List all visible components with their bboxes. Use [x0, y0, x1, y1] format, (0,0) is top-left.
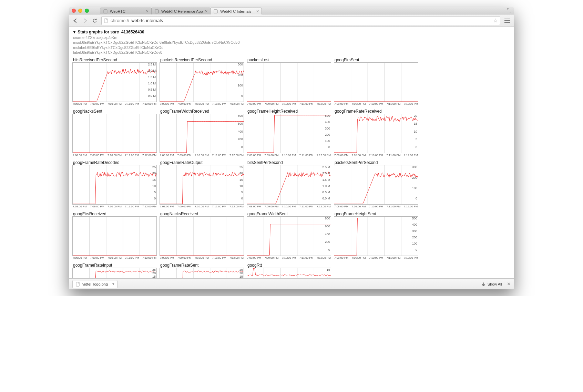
svg-rect-0 [104, 10, 107, 13]
chart-googNacksSent: googNacksSent 7:08:00 PM7:09:00 PM7:10:0… [72, 108, 157, 157]
downloads-bar: vidtel_logo.png ▾ Show All ✕ [69, 278, 514, 289]
chart-googFrameRateReceived: googFrameRateReceived 20151050 7:08:00 P… [334, 108, 418, 157]
plot-area [160, 216, 244, 256]
page-icon [104, 18, 109, 23]
chart-googFrameRateDecoded: googFrameRateDecoded 2520151050 7:08:00 … [72, 159, 157, 208]
bookmark-star-icon[interactable]: ☆ [493, 17, 498, 24]
close-tab-icon[interactable]: × [205, 9, 208, 14]
y-axis-labels: 20151050 [414, 114, 417, 149]
chart-googFrameRateSent: googFrameRateSent 25201510 [160, 262, 244, 278]
plot-area: 1510 [247, 268, 331, 278]
chart-title: googFrameRateInput [73, 263, 157, 268]
y-axis-labels: 2520151050 [152, 165, 156, 200]
download-chevron-icon[interactable]: ▾ [110, 282, 114, 286]
x-axis-labels: 7:08:00 PM7:09:00 PM7:10:00 PM7:11:00 PM… [334, 154, 418, 157]
reload-button[interactable] [92, 18, 98, 24]
chart-title: googNacksReceived [160, 212, 244, 216]
plot-area: 8006004002000 [160, 114, 244, 153]
plot-area: 3002001000 [160, 62, 244, 102]
x-axis-labels: 7:08:00 PM7:09:00 PM7:10:00 PM7:11:00 PM… [72, 154, 157, 157]
plot-area: 8006004002000 [247, 216, 331, 256]
chart-title: googFrameRateReceived [335, 109, 418, 114]
chrome-menu-button[interactable] [504, 19, 511, 23]
x-axis-labels: 7:08:00 PM7:09:00 PM7:10:00 PM7:11:00 PM… [160, 256, 244, 259]
url-path: webrtc-internals [131, 18, 163, 23]
svg-rect-3 [104, 19, 108, 23]
chart-googFrameWidthReceived: googFrameWidthReceived 8006004002000 7:0… [160, 108, 244, 157]
back-button[interactable] [72, 18, 79, 24]
page-content: Stats graphs for ssrc_4136526430 cname:4… [69, 27, 514, 278]
show-all-downloads-button[interactable]: Show All [481, 282, 502, 286]
plot-area: 2.5 M2.0 M1.5 M1.0 M0.5 M0.0 M [247, 165, 331, 205]
chart-title: googFrameHeightSent [335, 212, 418, 216]
meta-line: mslabel:6E9laEYkyxIkTCxDgc82ZGoEhlCfxNuC… [73, 45, 511, 50]
x-axis-labels: 7:08:00 PM7:09:00 PM7:10:00 PM7:11:00 PM… [247, 102, 331, 105]
y-axis-labels: 5004003002001000 [325, 114, 330, 149]
chart-title: packetsReceivedPerSecond [160, 58, 244, 62]
y-axis-labels: 3002001000 [238, 63, 243, 97]
chart-title: packetsSentPerSecond [335, 160, 418, 165]
chart-title: bitsReceivedPerSecond [73, 58, 157, 62]
chart-packetsSentPerSecond: packetsSentPerSecond 3002001000 7:08:00 … [334, 159, 418, 208]
plot-area: 5004003002001000 [247, 114, 331, 153]
y-axis-labels: 25201510 [239, 268, 243, 278]
chart-title: googNacksSent [73, 109, 157, 114]
x-axis-labels: 7:08:00 PM7:09:00 PM7:10:00 PM7:11:00 PM… [334, 102, 418, 105]
plot-area: 5004003002001000 [334, 216, 418, 256]
chart-title: googFrameRateSent [160, 263, 244, 268]
charts-grid: bitsReceivedPerSecond 2.5 M2.0 M1.5 M1.0… [72, 57, 511, 278]
plot-area [72, 216, 157, 256]
browser-tab[interactable]: WebRTC Internals× [210, 8, 262, 14]
section-title[interactable]: Stats graphs for ssrc_4136526430 [72, 30, 511, 34]
tab-label: WebRTC Internals [220, 9, 251, 13]
close-tab-icon[interactable]: × [146, 9, 149, 14]
y-axis-labels: 3002001000 [412, 165, 417, 200]
section-meta: cname:4ZXkrucxjuzp/bKmmsid:6E9laEYkyxIkT… [73, 35, 511, 55]
chart-googFrameRateInput: googFrameRateInput 25201510 [72, 262, 157, 278]
download-arrow-icon [481, 282, 485, 286]
plot-area: 2.5 M2.0 M1.5 M1.0 M0.5 M0.0 M [72, 62, 157, 102]
close-downloads-bar-icon[interactable]: ✕ [507, 281, 511, 287]
chart-title: bitsSentPerSecond [247, 160, 331, 165]
y-axis-labels: 1510 [327, 268, 330, 278]
download-item[interactable]: vidtel_logo.png ▾ [72, 280, 117, 288]
y-axis-labels: 8006004002000 [325, 217, 330, 251]
toolbar: chrome://webrtc-internals ☆ [69, 14, 514, 27]
x-axis-labels: 7:08:00 PM7:09:00 PM7:10:00 PM7:11:00 PM… [334, 205, 418, 208]
meta-line: cname:4ZXkrucxjuzp/bKm [73, 35, 511, 40]
chart-googFrameHeightReceived: googFrameHeightReceived 5004003002001000… [247, 108, 331, 157]
plot-area: 20151050 [334, 114, 418, 153]
browser-tab[interactable]: WebRTC× [100, 8, 152, 14]
x-axis-labels: 7:08:00 PM7:09:00 PM7:10:00 PM7:11:00 PM… [72, 205, 157, 208]
svg-rect-1 [155, 10, 158, 13]
chart-title: packetsLost [247, 58, 331, 62]
chart-googFrameWidthSent: googFrameWidthSent 8006004002000 7:08:00… [247, 211, 331, 259]
browser-tab[interactable]: WebRTC Reference App× [151, 8, 211, 14]
chart-title: googFirsSent [335, 58, 418, 62]
plot-area: 25201510 [72, 268, 157, 278]
close-tab-icon[interactable]: × [256, 9, 259, 14]
chart-title: googFrameHeightReceived [247, 109, 331, 114]
chart-bitsReceivedPerSecond: bitsReceivedPerSecond 2.5 M2.0 M1.5 M1.0… [72, 57, 157, 105]
x-axis-labels: 7:08:00 PM7:09:00 PM7:10:00 PM7:11:00 PM… [247, 154, 331, 157]
file-icon [75, 282, 80, 287]
meta-line: msid:6E9laEYkyxIkTCxDgc82ZGoEhlCfxNuCKrO… [73, 40, 511, 45]
y-axis-labels: 5004003002001000 [412, 217, 417, 251]
chart-packetsLost: packetsLost 7:08:00 PM7:09:00 PM7:10:00 … [247, 57, 331, 105]
address-bar[interactable]: chrome://webrtc-internals ☆ [101, 16, 500, 25]
forward-button[interactable] [82, 18, 88, 24]
svg-rect-2 [214, 10, 217, 13]
download-filename: vidtel_logo.png [82, 282, 108, 286]
chart-googNacksReceived: googNacksReceived 7:08:00 PM7:09:00 PM7:… [160, 211, 244, 259]
url-scheme: chrome:// [111, 18, 129, 23]
chart-bitsSentPerSecond: bitsSentPerSecond 2.5 M2.0 M1.5 M1.0 M0.… [247, 159, 331, 208]
chart-packetsReceivedPerSecond: packetsReceivedPerSecond 3002001000 7:08… [160, 57, 244, 105]
chart-title: googFrameRateDecoded [73, 160, 157, 165]
tab-label: WebRTC Reference App [161, 9, 203, 13]
plot-area: 2520151050 [72, 165, 157, 205]
tab-label: WebRTC [110, 9, 125, 13]
chart-title: googRtt [247, 263, 331, 268]
plot-area: 25201510 [160, 268, 244, 278]
x-axis-labels: 7:08:00 PM7:09:00 PM7:10:00 PM7:11:00 PM… [160, 205, 244, 208]
x-axis-labels: 7:08:00 PM7:09:00 PM7:10:00 PM7:11:00 PM… [247, 256, 331, 259]
